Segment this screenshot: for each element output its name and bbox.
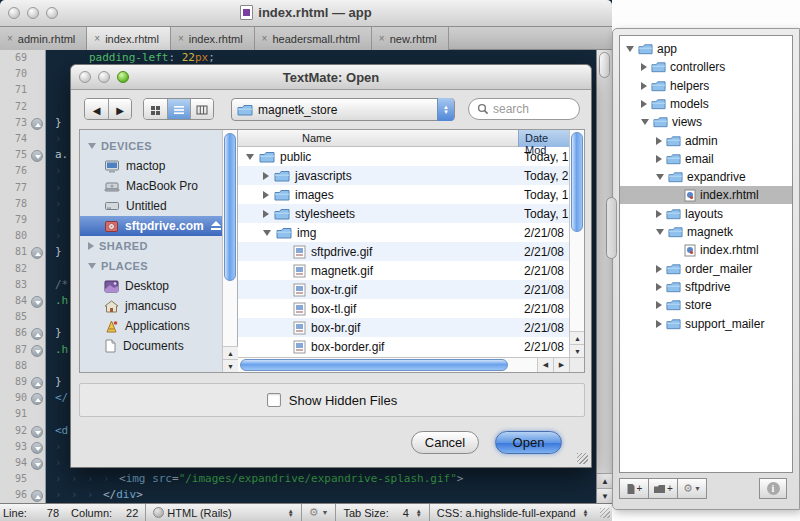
disclosure-triangle-icon[interactable] [88, 242, 94, 250]
info-button[interactable]: i [759, 478, 787, 499]
tab-headersmall-rhtml-3[interactable]: ×headersmall.rhtml [255, 27, 372, 50]
tree-item-email[interactable]: email [620, 150, 792, 168]
fold-end-icon[interactable] [31, 393, 43, 405]
list-scroll-up-icon[interactable]: ▲ [570, 331, 584, 344]
sidebar-item-documents[interactable]: Documents [80, 336, 222, 356]
fold-end-icon[interactable] [31, 377, 43, 389]
date-column-header[interactable]: Date Mod [518, 130, 569, 147]
fold-start-icon[interactable] [31, 426, 43, 438]
back-button[interactable]: ◀ [85, 99, 108, 120]
window-resize-grip[interactable] [600, 508, 610, 518]
sidebar-item-jmancuso[interactable]: jmancuso [80, 296, 222, 316]
tab-size-selector[interactable]: Tab Size:4 ▲▼ [340, 507, 424, 519]
language-selector[interactable]: HTML (Rails) ▲▼ [150, 507, 296, 519]
fold-start-icon[interactable] [31, 150, 43, 162]
list-vscroll-thumb[interactable] [571, 132, 583, 232]
tab-index-rhtml-2[interactable]: ×index.rhtml [171, 27, 255, 50]
sidebar-section-shared[interactable]: SHARED [80, 236, 222, 256]
tab-close-icon[interactable]: × [379, 33, 385, 44]
list-vertical-scrollbar[interactable]: ▲ ▼ [569, 130, 584, 357]
disclosure-triangle-icon[interactable] [641, 63, 647, 71]
tab-new-rhtml-4[interactable]: ×new.rhtml [372, 27, 449, 50]
sidebar-scroll-up-icon[interactable]: ▲ [223, 346, 238, 359]
tree-item-order_mailer[interactable]: order_mailer [620, 260, 792, 278]
file-row-stylesheets[interactable]: stylesheetsToday, 1 [238, 204, 569, 223]
view-icons-button[interactable] [144, 99, 167, 120]
disclosure-triangle-icon[interactable] [263, 230, 271, 236]
list-scroll-right-icon[interactable]: ▶ [553, 358, 569, 372]
file-row-img[interactable]: img2/21/08 [238, 223, 569, 242]
disclosure-triangle-icon[interactable] [656, 265, 662, 273]
sidebar-item-applications[interactable]: Applications [80, 316, 222, 336]
eject-icon[interactable] [210, 221, 214, 231]
disclosure-triangle-icon[interactable] [656, 137, 662, 145]
fold-end-icon[interactable] [31, 118, 43, 130]
drawer-resize-handle[interactable] [606, 197, 617, 259]
disclosure-triangle-icon[interactable] [641, 100, 647, 108]
tree-item-magnetk[interactable]: magnetk [620, 223, 792, 241]
list-scroll-down-icon[interactable]: ▼ [570, 344, 584, 357]
list-hscroll-thumb[interactable] [240, 359, 508, 371]
dialog-resize-grip[interactable] [577, 453, 588, 464]
file-row-javascripts[interactable]: javascriptsToday, 2 [238, 166, 569, 185]
file-row-sftpdrive-gif[interactable]: sftpdrive.gif2/21/08 [238, 242, 569, 261]
disclosure-triangle-icon[interactable] [656, 155, 662, 163]
disclosure-triangle-icon[interactable] [656, 320, 662, 328]
tab-index-rhtml-1[interactable]: ×index.rhtml [87, 27, 171, 50]
name-column-header[interactable]: Name [302, 132, 331, 144]
tree-item-controllers[interactable]: controllers [620, 58, 792, 76]
search-input[interactable] [493, 102, 563, 116]
tree-item-index-rhtml[interactable]: index.rhtml [620, 241, 792, 259]
tab-admin-rhtml-0[interactable]: ×admin.rhtml [0, 27, 87, 50]
disclosure-triangle-icon[interactable] [626, 46, 634, 52]
dialog-title-bar[interactable]: TextMate: Open [71, 65, 591, 90]
bundle-actions-menu[interactable]: ⚙ ▼ [306, 506, 332, 519]
tab-close-icon[interactable]: × [94, 33, 100, 44]
disclosure-triangle-icon[interactable] [246, 154, 254, 160]
tree-item-support_mailer[interactable]: support_mailer [620, 315, 792, 333]
title-bar[interactable]: index.rhtml — app [0, 0, 612, 27]
tree-item-layouts[interactable]: layouts [620, 205, 792, 223]
disclosure-triangle-icon[interactable] [656, 210, 662, 218]
tree-item-sftpdrive[interactable]: sftpdrive [620, 278, 792, 296]
scroll-up-arrow-icon[interactable]: ▲ [597, 473, 613, 488]
fold-start-icon[interactable] [31, 458, 43, 470]
disclosure-triangle-icon[interactable] [656, 229, 664, 235]
location-popup[interactable]: magnetk_store ▲▼ [231, 98, 455, 121]
fold-start-icon[interactable] [31, 345, 43, 357]
fold-end-icon[interactable] [31, 247, 43, 259]
open-button[interactable]: Open [495, 431, 562, 454]
sidebar-scrollbar[interactable]: ▲ ▼ [222, 130, 237, 372]
disclosure-triangle-icon[interactable] [656, 174, 664, 180]
tree-item-views[interactable]: views [620, 113, 792, 131]
disclosure-triangle-icon[interactable] [263, 172, 269, 180]
file-row-box-br-gif[interactable]: box-br.gif2/21/08 [238, 318, 569, 337]
fold-end-icon[interactable] [31, 490, 43, 502]
disclosure-triangle-icon[interactable] [88, 143, 96, 149]
sidebar-item-mactop[interactable]: mactop [80, 156, 222, 176]
search-field[interactable] [468, 98, 580, 120]
list-scroll-left-icon[interactable]: ◀ [537, 358, 553, 372]
disclosure-triangle-icon[interactable] [656, 301, 662, 309]
disclosure-triangle-icon[interactable] [641, 82, 647, 90]
file-row-public[interactable]: publicToday, 1 [238, 147, 569, 166]
view-columns-button[interactable] [190, 99, 213, 120]
disclosure-triangle-icon[interactable] [263, 191, 269, 199]
sidebar-scroll-down-icon[interactable]: ▼ [223, 359, 238, 372]
sidebar-item-desktop[interactable]: Desktop [80, 276, 222, 296]
disclosure-triangle-icon[interactable] [656, 283, 662, 291]
forward-button[interactable]: ▶ [108, 99, 131, 120]
disclosure-triangle-icon[interactable] [641, 119, 649, 125]
tab-close-icon[interactable]: × [7, 33, 13, 44]
list-horizontal-scrollbar[interactable]: ◀ ▶ [238, 357, 569, 372]
file-row-box-border-gif[interactable]: box-border.gif2/21/08 [238, 337, 569, 356]
tree-item-models[interactable]: models [620, 95, 792, 113]
tree-item-expandrive[interactable]: expandrive [620, 168, 792, 186]
tree-item-helpers[interactable]: helpers [620, 77, 792, 95]
fold-start-icon[interactable] [31, 442, 43, 454]
tab-close-icon[interactable]: × [262, 33, 268, 44]
sidebar-item-untitled[interactable]: Untitled [80, 196, 222, 216]
cancel-button[interactable]: Cancel [411, 431, 479, 454]
sidebar-item-sftpdrive-com[interactable]: sftpdrive.com [80, 216, 222, 236]
editor-vertical-scrollbar[interactable]: ▲ ▼ [596, 50, 612, 503]
